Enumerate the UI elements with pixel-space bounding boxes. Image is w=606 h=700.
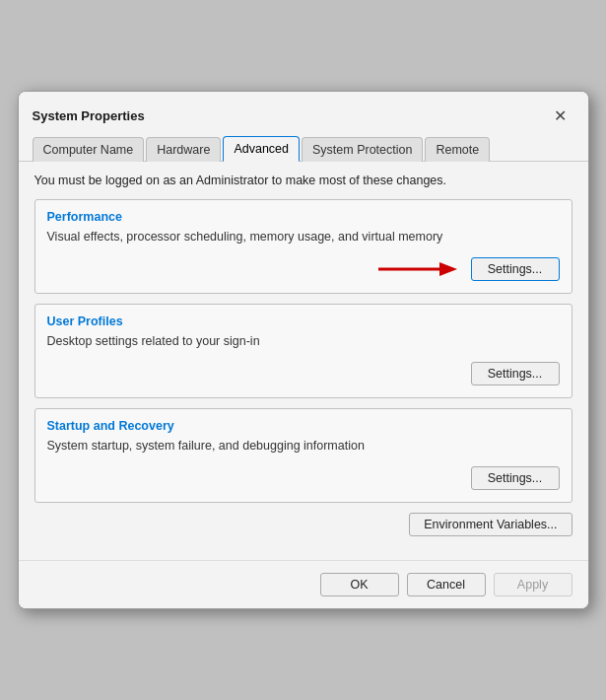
env-variables-row: Environment Variables... — [34, 513, 572, 536]
env-variables-button[interactable]: Environment Variables... — [409, 513, 572, 536]
tab-system-protection[interactable]: System Protection — [302, 137, 423, 162]
performance-title: Performance — [47, 210, 560, 224]
user-profiles-footer: Settings... — [47, 362, 560, 385]
svg-marker-1 — [439, 262, 457, 276]
title-bar: System Properties ✕ — [19, 92, 588, 129]
user-profiles-desc: Desktop settings related to your sign-in — [47, 334, 560, 348]
startup-recovery-title: Startup and Recovery — [47, 419, 560, 433]
startup-recovery-settings-button[interactable]: Settings... — [471, 466, 560, 490]
performance-section: Performance Visual effects, processor sc… — [34, 199, 572, 294]
performance-desc: Visual effects, processor scheduling, me… — [47, 230, 560, 244]
startup-recovery-desc: System startup, system failure, and debu… — [47, 439, 560, 453]
tab-content: You must be logged on as an Administrato… — [19, 162, 588, 560]
tab-bar: Computer Name Hardware Advanced System P… — [19, 129, 588, 162]
user-profiles-settings-button[interactable]: Settings... — [471, 362, 560, 385]
close-button[interactable]: ✕ — [547, 102, 574, 129]
system-properties-dialog: System Properties ✕ Computer Name Hardwa… — [18, 91, 589, 609]
arrow-icon — [378, 258, 457, 280]
startup-recovery-footer: Settings... — [47, 466, 560, 490]
dialog-title: System Properties — [33, 108, 145, 123]
admin-notice: You must be logged on as an Administrato… — [34, 174, 572, 187]
tab-remote[interactable]: Remote — [425, 137, 490, 162]
performance-settings-button[interactable]: Settings... — [471, 257, 560, 281]
performance-arrow-row: Settings... — [47, 257, 560, 281]
apply-button[interactable]: Apply — [494, 573, 572, 596]
tab-computer-name[interactable]: Computer Name — [33, 137, 145, 162]
tab-hardware[interactable]: Hardware — [146, 137, 221, 162]
bottom-bar: OK Cancel Apply — [19, 560, 588, 608]
user-profiles-title: User Profiles — [47, 315, 560, 328]
user-profiles-section: User Profiles Desktop settings related t… — [34, 304, 572, 398]
ok-button[interactable]: OK — [320, 573, 399, 596]
tab-advanced[interactable]: Advanced — [223, 136, 300, 162]
startup-recovery-section: Startup and Recovery System startup, sys… — [34, 408, 572, 503]
cancel-button[interactable]: Cancel — [407, 573, 486, 596]
